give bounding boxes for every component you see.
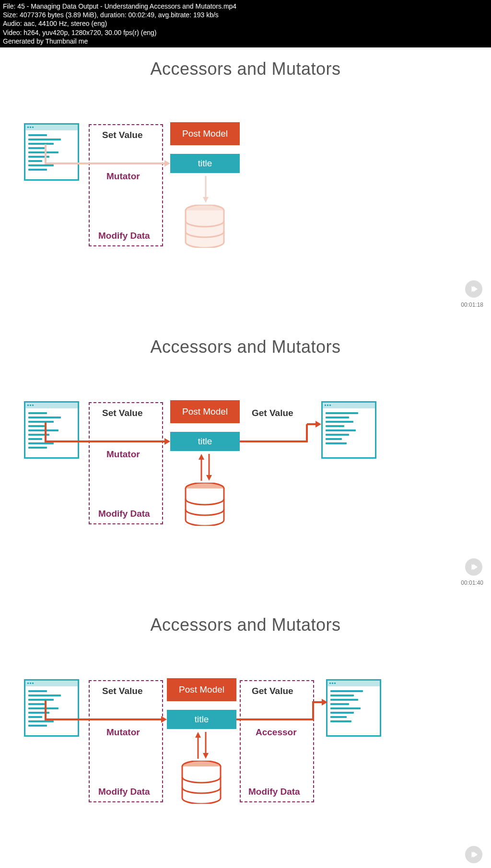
- set-value-label: Set Value: [102, 130, 143, 140]
- diagram-3: Set Value Mutator Modify Data Get Value …: [0, 675, 491, 867]
- database-icon: [185, 483, 225, 526]
- media-info-video: Video: h264, yuv420p, 1280x720, 30.00 fp…: [3, 28, 488, 37]
- set-value-label: Set Value: [102, 686, 143, 696]
- modify-data-label: Modify Data: [98, 509, 150, 519]
- get-value-arrow: [240, 420, 321, 449]
- get-value-label: Get Value: [252, 408, 293, 418]
- modify-data-label: Modify Data: [98, 231, 150, 241]
- post-model-box: Post Model: [170, 400, 240, 423]
- set-value-arrow: [46, 144, 170, 173]
- mutator-box: [89, 124, 163, 246]
- slide-title: Accessors and Mutators: [0, 325, 491, 357]
- accessor-label: Accessor: [256, 727, 297, 738]
- media-info-size: Size: 4077376 bytes (3.89 MiB), duration…: [3, 11, 488, 19]
- media-info-audio: Audio: aac, 44100 Hz, stereo (eng): [3, 19, 488, 28]
- get-value-label: Get Value: [252, 686, 293, 696]
- mutator-label: Mutator: [106, 171, 140, 182]
- media-info-generated: Generated by Thumbnail me: [3, 37, 488, 46]
- play-button[interactable]: [465, 846, 482, 863]
- title-db-arrows: [192, 732, 211, 761]
- code-window-right: [326, 679, 381, 737]
- database-icon: [185, 205, 225, 248]
- title-attribute-box: title: [170, 432, 240, 451]
- title-to-db-arrow: [202, 176, 209, 205]
- slide-title: Accessors and Mutators: [0, 47, 491, 79]
- set-value-label: Set Value: [102, 408, 143, 418]
- diagram-2: Set Value Mutator Modify Data Get Value …: [0, 397, 491, 589]
- title-db-arrows: [196, 454, 215, 483]
- slide-1: Accessors and Mutators Set Value Mutator…: [0, 47, 491, 321]
- mutator-label: Mutator: [106, 727, 140, 738]
- slide-2: Accessors and Mutators Set Value Mutator…: [0, 325, 491, 599]
- post-model-box: Post Model: [170, 122, 240, 145]
- post-model-box: Post Model: [167, 678, 236, 701]
- accessor-box: [240, 680, 314, 802]
- title-attribute-box: title: [167, 710, 236, 729]
- timestamp: 00:01:40: [461, 579, 483, 586]
- media-info-file: File: 45 - Managing Data Output - Unders…: [3, 2, 488, 11]
- modify-data-label-2: Modify Data: [248, 787, 300, 797]
- modify-data-label: Modify Data: [98, 787, 150, 797]
- database-icon: [181, 761, 222, 804]
- title-attribute-box: title: [170, 154, 240, 173]
- set-value-arrow: [46, 422, 170, 451]
- mutator-box: [89, 680, 163, 802]
- code-window-right: [321, 401, 376, 459]
- play-button[interactable]: [465, 558, 482, 576]
- set-value-arrow: [46, 700, 167, 729]
- slide-3: Accessors and Mutators Set Value Mutator…: [0, 603, 491, 868]
- get-value-arrow: [236, 700, 327, 729]
- mutator-label: Mutator: [106, 449, 140, 460]
- mutator-box: [89, 402, 163, 524]
- media-info-header: File: 45 - Managing Data Output - Unders…: [0, 0, 491, 47]
- slide-title: Accessors and Mutators: [0, 603, 491, 635]
- diagram-1: Set Value Mutator Modify Data Post Model…: [0, 119, 491, 311]
- play-button[interactable]: [465, 280, 482, 298]
- timestamp: 00:01:18: [461, 301, 483, 308]
